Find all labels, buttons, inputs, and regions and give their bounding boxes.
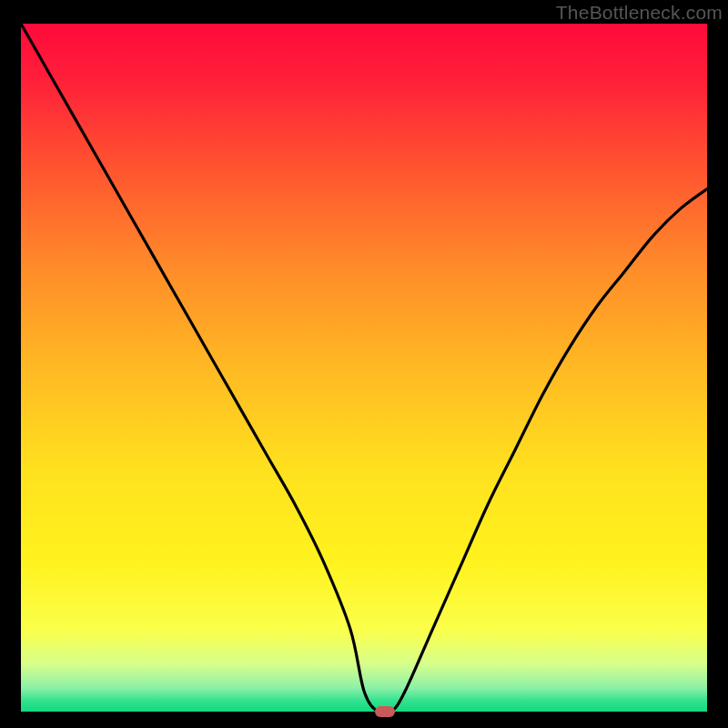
watermark-text: TheBottleneck.com bbox=[556, 2, 723, 24]
optimal-marker bbox=[375, 706, 395, 717]
plot-area bbox=[21, 24, 707, 712]
chart-svg bbox=[21, 24, 707, 712]
gradient-background bbox=[21, 24, 707, 712]
chart-container: TheBottleneck.com bbox=[0, 0, 728, 728]
